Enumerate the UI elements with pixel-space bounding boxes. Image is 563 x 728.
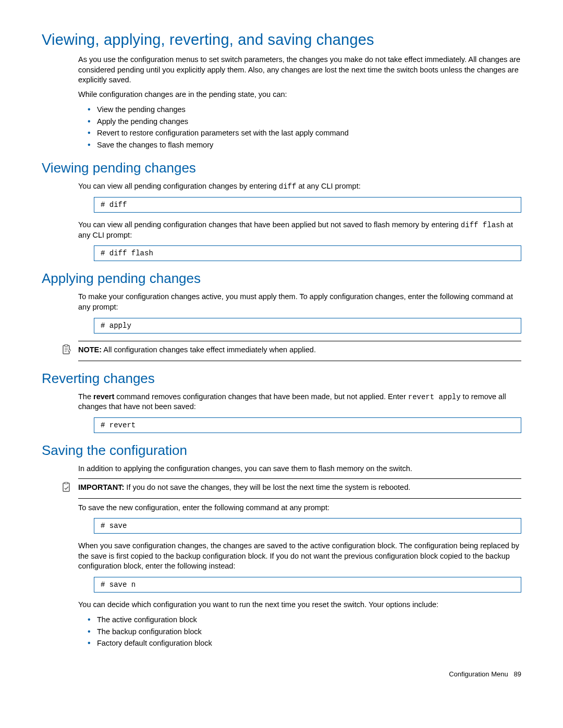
svg-rect-2	[63, 483, 69, 491]
viewing-paragraph-2: You can view all pending configuration c…	[78, 220, 521, 240]
inline-code: revert apply	[408, 393, 461, 401]
footer-section: Configuration Menu	[449, 670, 508, 678]
important-text: IMPORTANT: If you do not save the change…	[78, 482, 410, 492]
code-block-save: # save	[94, 518, 521, 534]
clipboard-pencil-icon	[62, 344, 72, 355]
saving-paragraph-4: You can decide which configuration you w…	[78, 600, 521, 610]
svg-rect-3	[65, 482, 68, 484]
saving-heading: Saving the configuration	[42, 442, 521, 459]
list-item: Factory default configuration block	[97, 637, 521, 649]
code-block-save-n: # save n	[94, 577, 521, 593]
saving-paragraph-3: When you save configuration changes, the…	[78, 541, 521, 572]
page-content: Viewing, applying, reverting, and saving…	[0, 0, 563, 704]
list-item: The backup configuration block	[97, 626, 521, 637]
viewing-paragraph-1: You can view all pending configuration c…	[78, 181, 521, 192]
reverting-paragraph-1: The revert command removes configuration…	[78, 392, 521, 412]
reverting-heading: Reverting changes	[42, 371, 521, 387]
code-block-diff: # diff	[94, 197, 521, 213]
code-block-diff-flash: # diff flash	[94, 245, 521, 261]
saving-bullet-list: The active configuration block The backu…	[78, 614, 521, 649]
list-item: Save the changes to flash memory	[97, 139, 521, 151]
applying-heading: Applying pending changes	[42, 270, 521, 287]
main-heading: Viewing, applying, reverting, and saving…	[42, 31, 521, 48]
list-item: Revert to restore configuration paramete…	[97, 127, 521, 139]
list-item: Apply the pending changes	[97, 116, 521, 127]
note-text: NOTE: All configuration changes take eff…	[78, 344, 316, 355]
inline-code: diff flash	[461, 221, 505, 229]
footer-page-number: 89	[514, 670, 521, 678]
svg-rect-1	[65, 344, 68, 346]
applying-paragraph-1: To make your configuration changes activ…	[78, 292, 521, 312]
intro-paragraph-1: As you use the configuration menus to se…	[78, 55, 521, 85]
note-callout: NOTE: All configuration changes take eff…	[78, 341, 521, 361]
intro-paragraph-2: While configuration changes are in the p…	[78, 90, 521, 100]
important-icon	[60, 482, 73, 495]
bold-revert: revert	[93, 392, 114, 401]
saving-paragraph-2: To save the new configuration, enter the…	[78, 503, 521, 513]
intro-bullet-list: View the pending changes Apply the pendi…	[78, 104, 521, 151]
code-block-apply: # apply	[94, 318, 521, 334]
saving-block: In addition to applying the configuratio…	[78, 464, 521, 649]
page-footer: Configuration Menu 89	[42, 670, 521, 678]
list-item: The active configuration block	[97, 614, 521, 625]
clipboard-check-icon	[62, 482, 72, 492]
reverting-block: The revert command removes configuration…	[78, 392, 521, 433]
viewing-block: You can view all pending configuration c…	[78, 181, 521, 261]
applying-block: To make your configuration changes activ…	[78, 292, 521, 361]
list-item: View the pending changes	[97, 104, 521, 115]
note-icon	[60, 344, 73, 357]
important-callout: IMPORTANT: If you do not save the change…	[78, 478, 521, 499]
viewing-heading: Viewing pending changes	[42, 160, 521, 176]
saving-paragraph-1: In addition to applying the configuratio…	[78, 464, 521, 474]
inline-code: diff	[279, 182, 297, 191]
intro-block: As you use the configuration menus to se…	[78, 55, 521, 151]
code-block-revert: # revert	[94, 417, 521, 433]
